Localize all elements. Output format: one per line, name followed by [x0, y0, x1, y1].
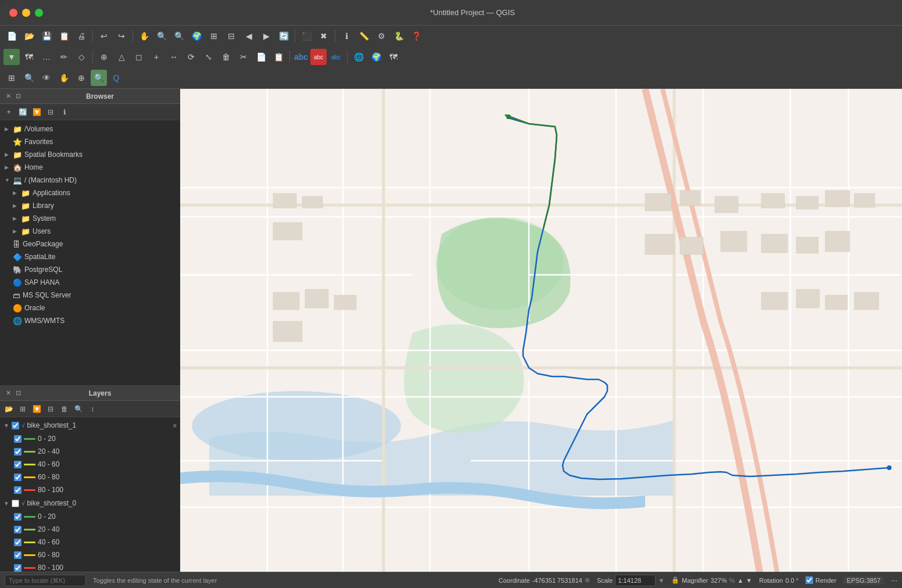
browser-add-btn[interactable]: +: [2, 106, 15, 119]
tree-item-users[interactable]: ▶ 📁 Users: [0, 225, 180, 238]
digitize-btn[interactable]: ✏: [56, 49, 72, 65]
scale-dropdown-icon[interactable]: ▼: [658, 577, 664, 584]
cut-features-btn[interactable]: ✂: [235, 49, 252, 65]
move-feature-btn[interactable]: ↔: [166, 49, 182, 65]
edit-vertices-btn[interactable]: ◇: [73, 49, 90, 65]
view-btn[interactable]: 👁: [38, 70, 55, 86]
add-feature-btn[interactable]: +: [148, 49, 164, 65]
layer-menu-icon[interactable]: ≡: [173, 422, 177, 429]
epsg-badge[interactable]: EPSG:3857: [843, 576, 884, 585]
tree-item-applications[interactable]: ▶ 📁 Applications: [0, 187, 180, 199]
topology-btn[interactable]: △: [113, 49, 130, 65]
tree-item-spatial-bookmarks[interactable]: ▶ 📁 Spatial Bookmarks: [0, 148, 180, 161]
minimize-button[interactable]: [22, 9, 30, 17]
map-nav-btn[interactable]: 🔍: [21, 70, 37, 86]
redo-btn[interactable]: ↪: [113, 28, 130, 44]
zoom-next-btn[interactable]: ▶: [258, 28, 274, 44]
refresh-btn[interactable]: 🔄: [275, 28, 292, 44]
layer-visibility-checkbox[interactable]: [12, 500, 19, 507]
deselect-btn[interactable]: ✖: [316, 28, 332, 44]
zoom-selection-btn[interactable]: ⊟: [223, 28, 239, 44]
tree-item-wms[interactable]: 🌐 WMS/WMTS: [0, 314, 180, 327]
zoom-in-btn[interactable]: 🔍: [153, 28, 170, 44]
zoom-out-btn[interactable]: 🔍: [171, 28, 187, 44]
delete-selected-btn[interactable]: 🗑: [218, 49, 234, 65]
render-checkbox[interactable]: [806, 576, 813, 584]
map-area[interactable]: [180, 89, 902, 572]
layer-visibility-checkbox[interactable]: [12, 422, 19, 429]
legend-checkbox[interactable]: [14, 435, 22, 443]
label-move-btn[interactable]: abc: [328, 49, 344, 65]
select-features-btn[interactable]: ⬛: [298, 28, 314, 44]
identify-btn[interactable]: ℹ: [338, 28, 355, 44]
print-layout-btn[interactable]: 🖨: [73, 28, 90, 44]
legend-checkbox[interactable]: [14, 526, 22, 533]
legend-checkbox[interactable]: [14, 461, 22, 468]
layers-remove-btn[interactable]: 🗑: [58, 403, 71, 415]
browser-properties-btn[interactable]: ℹ: [58, 106, 71, 119]
wmts-btn[interactable]: 🌍: [368, 49, 384, 65]
legend-checkbox[interactable]: [14, 486, 22, 494]
paste-features-btn[interactable]: 📋: [270, 49, 287, 65]
measure-btn[interactable]: 📏: [356, 28, 372, 44]
pan-map-btn[interactable]: ✋: [56, 70, 72, 86]
zoom-layer-btn[interactable]: ⊞: [206, 28, 222, 44]
undo-btn[interactable]: ↩: [96, 28, 112, 44]
tree-item-volumes[interactable]: ▶ 📁 /Volumes: [0, 123, 180, 135]
open-project-btn[interactable]: 📂: [21, 28, 37, 44]
python-btn[interactable]: 🐍: [391, 28, 407, 44]
tree-item-mssql[interactable]: 🗃 MS SQL Server: [0, 289, 180, 302]
tree-item-macintosh-hd[interactable]: ▼ 💻 / (Macintosh HD): [0, 174, 180, 187]
tree-item-postgresql[interactable]: 🐘 PostgreSQL: [0, 263, 180, 276]
layer-group-bike0[interactable]: ▼ √ bike_shortest_0: [0, 496, 180, 510]
wfs-btn[interactable]: 🗺: [385, 49, 402, 65]
layers-expand-all-btn[interactable]: ⊟: [44, 403, 57, 415]
tree-item-spatialite[interactable]: 🔷 SpatiaLite: [0, 250, 180, 263]
magnifier-up-icon[interactable]: ▲: [737, 577, 743, 584]
legend-checkbox[interactable]: [14, 564, 22, 572]
label-tool-btn[interactable]: abc: [293, 49, 309, 65]
wms-btn[interactable]: 🌐: [350, 49, 367, 65]
copy-features-btn[interactable]: 📄: [253, 49, 269, 65]
label-pin-btn[interactable]: abc: [310, 49, 327, 65]
maximize-button[interactable]: [35, 9, 43, 17]
tree-item-oracle[interactable]: 🟠 Oracle: [0, 302, 180, 314]
zoom-map-btn[interactable]: ⊕: [73, 70, 90, 86]
layers-filter2-btn[interactable]: 🔍: [72, 403, 85, 415]
layer-btn[interactable]: ⊞: [3, 70, 20, 86]
scale-feature-btn[interactable]: ⤡: [201, 49, 217, 65]
tree-item-system[interactable]: ▶ 📁 System: [0, 212, 180, 225]
tree-item-sap-hana[interactable]: 🔵 SAP HANA: [0, 276, 180, 289]
pan-btn[interactable]: ✋: [136, 28, 152, 44]
legend-checkbox[interactable]: [14, 539, 22, 546]
locate-input[interactable]: [5, 575, 86, 586]
layer-group-bike1[interactable]: ▼ √ bike_shortest_1 ≡: [0, 418, 180, 432]
legend-checkbox[interactable]: [14, 474, 22, 481]
add-raster-btn[interactable]: 🗺: [21, 49, 37, 65]
tree-item-home[interactable]: ▶ 🏠 Home: [0, 161, 180, 174]
add-vector-btn[interactable]: ▼: [3, 49, 20, 65]
legend-checkbox[interactable]: [14, 551, 22, 559]
browser-collapse-btn[interactable]: ⊟: [44, 106, 57, 119]
browser-refresh-btn[interactable]: 🔄: [16, 106, 29, 119]
rotate-feature-btn[interactable]: ⟳: [183, 49, 199, 65]
magnifier-down-icon[interactable]: ▼: [746, 577, 752, 584]
close-button[interactable]: [9, 9, 17, 17]
layers-sort-btn[interactable]: ↕: [86, 403, 99, 415]
layers-open-btn[interactable]: 📂: [2, 403, 15, 415]
layers-float-btn[interactable]: ⊡: [15, 389, 22, 397]
new-project-btn[interactable]: 📄: [3, 28, 20, 44]
zoom-prev-btn[interactable]: ◀: [241, 28, 257, 44]
save-project-btn[interactable]: 💾: [38, 28, 55, 44]
add-delimited-btn[interactable]: …: [38, 49, 55, 65]
scale-input[interactable]: [615, 575, 656, 586]
layers-close-btn[interactable]: ✕: [5, 389, 12, 397]
zoom-full-btn[interactable]: 🌍: [188, 28, 205, 44]
layers-filter-btn[interactable]: 🔽: [30, 403, 43, 415]
statusbar-more-btn[interactable]: ···: [891, 576, 897, 585]
browser-close-btn[interactable]: ✕: [5, 92, 12, 100]
coordinate-crs-icon[interactable]: ⊕: [585, 576, 590, 584]
help-btn[interactable]: ❓: [408, 28, 424, 44]
tree-item-favorites[interactable]: ⭐ Favorites: [0, 135, 180, 148]
locate-btn[interactable]: 🔍: [91, 70, 107, 86]
